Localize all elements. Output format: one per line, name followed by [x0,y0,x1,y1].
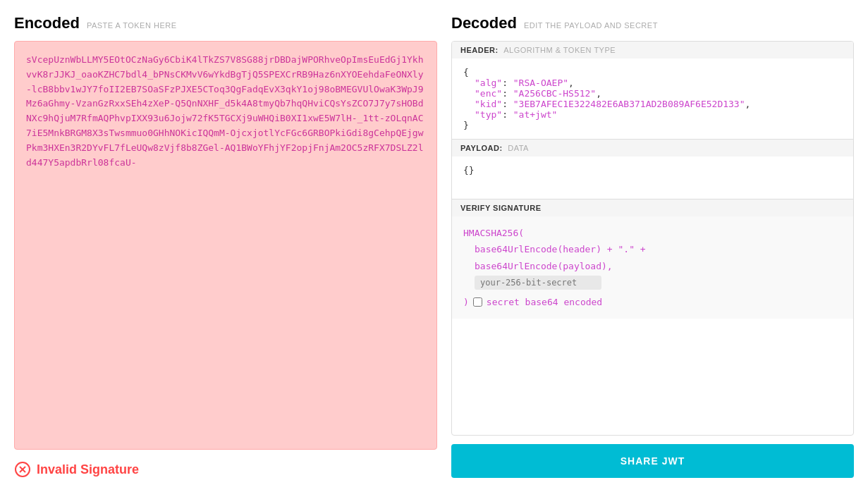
decoded-sections-container: HEADER: ALGORITHM & TOKEN TYPE { "alg": … [451,41,854,436]
secret-base64-label: secret base64 encoded [487,294,602,310]
verify-line2: base64UrlEncode(header) + "." + [463,241,842,257]
verify-line3: base64UrlEncode(payload), [463,258,842,274]
right-panel: Decoded EDIT THE PAYLOAD AND SECRET HEAD… [451,14,854,478]
secret-base64-checkbox[interactable] [473,297,482,307]
payload-section: PAYLOAD: DATA {} [452,140,853,199]
header-section: HEADER: ALGORITHM & TOKEN TYPE { "alg": … [452,42,853,140]
header-section-label: HEADER: ALGORITHM & TOKEN TYPE [452,42,853,59]
decoded-subtitle: EDIT THE PAYLOAD AND SECRET [524,21,658,30]
payload-section-body[interactable]: {} [452,156,853,199]
decoded-title-text: Decoded [451,14,517,32]
header-section-body[interactable]: { "alg": "RSA-OAEP", "enc": "A256CBC-HS5… [452,59,853,139]
invalid-signature-label: Invalid Signature [37,462,139,477]
verify-section-body: HMACSHA256( base64UrlEncode(header) + ".… [452,216,853,319]
invalid-signature-icon [14,461,31,478]
payload-section-label: PAYLOAD: DATA [452,140,853,156]
encoded-subtitle: PASTE A TOKEN HERE [87,21,177,30]
left-panel: Encoded PASTE A TOKEN HERE sVcepUznWbLLM… [14,14,437,478]
secret-input[interactable] [475,276,601,290]
decoded-title: Decoded EDIT THE PAYLOAD AND SECRET [451,14,854,32]
encoded-token-area[interactable]: sVcepUznWbLLMY5EOtOCzNaGy6CbiK4lTkZS7V8S… [14,41,437,450]
verify-line1: HMACSHA256( [463,225,842,241]
invalid-signature-banner: Invalid Signature [14,461,437,478]
verify-closing-paren: ) [463,294,469,310]
share-jwt-button[interactable]: SHARE JWT [451,444,854,478]
verify-section: VERIFY SIGNATURE HMACSHA256( base64UrlEn… [452,199,853,319]
encoded-title: Encoded PASTE A TOKEN HERE [14,14,437,32]
secret-checkbox-row: ) secret base64 encoded [463,294,842,310]
encoded-title-text: Encoded [14,14,80,32]
verify-section-label: VERIFY SIGNATURE [452,199,853,216]
